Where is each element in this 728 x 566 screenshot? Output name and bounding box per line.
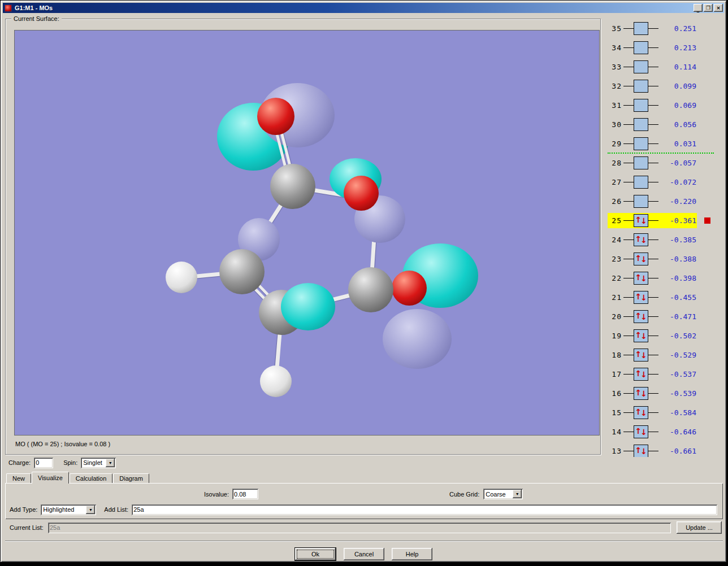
spin-down-arrow-icon: ↓ <box>640 409 647 417</box>
occupied-orbital-box[interactable]: ↑↓ <box>634 368 648 381</box>
titlebar[interactable]: G1:M1 - MOs _ ❐ × <box>3 3 724 13</box>
occupied-orbital-box[interactable]: ↑↓ <box>634 387 648 400</box>
virtual-orbital-box[interactable] <box>634 137 648 150</box>
hydrogen-atom <box>166 262 197 293</box>
mo-row-33[interactable]: 330.114 <box>608 57 726 76</box>
spin-down-arrow-icon: ↓ <box>640 236 647 244</box>
help-button[interactable]: Help <box>392 548 432 560</box>
spin-down-arrow-icon: ↓ <box>640 255 647 263</box>
occupied-orbital-box[interactable]: ↑↓ <box>634 425 648 438</box>
add-list-label: Add List: <box>104 506 128 513</box>
virtual-orbital-box[interactable] <box>634 118 648 131</box>
carbon-atom <box>219 249 265 294</box>
current-surface-label: Current Surface: <box>11 15 62 22</box>
charge-input[interactable] <box>34 458 53 468</box>
spin-down-arrow-icon: ↓ <box>640 313 647 321</box>
virtual-orbital-box[interactable] <box>634 22 648 35</box>
spin-down-arrow-icon: ↓ <box>640 371 647 378</box>
carbon-atom <box>270 164 315 209</box>
carbon-atom <box>348 267 393 312</box>
mo-list: 350.251340.213330.114320.099310.069300.0… <box>608 19 726 457</box>
mo-row-26[interactable]: 26-0.220 <box>608 191 726 211</box>
oxygen-atom <box>392 271 427 306</box>
mo-row-30[interactable]: 300.056 <box>608 115 726 134</box>
cube-grid-select[interactable]: Coarse ▼ <box>483 489 523 499</box>
virtual-orbital-box[interactable] <box>634 99 648 112</box>
occupied-orbital-box[interactable]: ↑↓ <box>634 214 648 227</box>
dropdown-arrow-icon[interactable]: ▼ <box>513 490 522 498</box>
add-list-input[interactable] <box>132 504 717 515</box>
tab-new[interactable]: New <box>6 473 31 484</box>
window-title: G1:M1 - MOs <box>15 5 692 11</box>
mo-row-14[interactable]: 14↑↓-0.646 <box>608 422 726 441</box>
occupied-orbital-box[interactable]: ↑↓ <box>634 272 648 285</box>
occupied-orbital-box[interactable]: ↑↓ <box>634 233 648 246</box>
mo-row-16[interactable]: 16↑↓-0.539 <box>608 384 726 403</box>
virtual-orbital-box[interactable] <box>634 80 648 93</box>
cancel-button[interactable]: Cancel <box>344 548 384 560</box>
mo-row-29[interactable]: 290.031 <box>608 134 726 153</box>
visualize-tab-panel: Isovalue: Cube Grid: Coarse ▼ Add Type: … <box>5 483 723 519</box>
ok-button[interactable]: Ok <box>294 547 336 561</box>
mo-row-24[interactable]: 24↑↓-0.385 <box>608 230 726 249</box>
spin-down-arrow-icon: ↓ <box>640 217 647 225</box>
mo-row-25[interactable]: 25↑↓-0.361 <box>608 211 726 230</box>
occupied-orbital-box[interactable]: ↑↓ <box>634 445 648 458</box>
virtual-orbital-box[interactable] <box>634 176 648 189</box>
dropdown-arrow-icon[interactable]: ▼ <box>86 506 95 514</box>
isovalue-input[interactable] <box>232 489 258 499</box>
spin-select[interactable]: Singlet ▼ <box>81 458 116 468</box>
mo-row-21[interactable]: 21↑↓-0.455 <box>608 288 726 307</box>
mo-row-18[interactable]: 18↑↓-0.529 <box>608 345 726 364</box>
app-icon <box>5 5 12 12</box>
isovalue-label: Isovalue: <box>204 491 229 498</box>
occupied-orbital-box[interactable]: ↑↓ <box>634 406 648 419</box>
tab-calculation[interactable]: Calculation <box>70 473 112 484</box>
add-type-label: Add Type: <box>10 506 37 513</box>
mo-row-17[interactable]: 17↑↓-0.537 <box>608 364 726 384</box>
occupied-orbital-box[interactable]: ↑↓ <box>634 291 648 304</box>
virtual-orbital-box[interactable] <box>634 60 648 73</box>
spin-down-arrow-icon: ↓ <box>640 332 647 340</box>
mo-row-15[interactable]: 15↑↓-0.584 <box>608 403 726 422</box>
mos-dialog-window: G1:M1 - MOs _ ❐ × Current Surface: MO ( … <box>1 1 726 562</box>
minimize-button[interactable]: _ <box>694 4 703 12</box>
focus-rect <box>297 550 334 559</box>
mo-row-35[interactable]: 350.251 <box>608 19 726 38</box>
spin-label: Spin: <box>63 459 77 466</box>
tab-bar: NewVisualizeCalculationDiagram <box>6 472 150 484</box>
mo-row-28[interactable]: 28-0.057 <box>608 153 726 172</box>
current-list-row: Current List: Update ... <box>10 522 722 533</box>
mo-row-32[interactable]: 320.099 <box>608 76 726 95</box>
virtual-orbital-box[interactable] <box>634 195 648 208</box>
spin-down-arrow-icon: ↓ <box>640 294 647 302</box>
add-type-select[interactable]: Highlighted ▼ <box>41 504 96 515</box>
occupied-orbital-box[interactable]: ↑↓ <box>634 349 648 362</box>
add-type-row: Add Type: Highlighted ▼ Add List: <box>10 504 717 515</box>
charge-label: Charge: <box>8 459 31 466</box>
mo-row-19[interactable]: 19↑↓-0.502 <box>608 326 726 345</box>
mo-row-27[interactable]: 27-0.072 <box>608 172 726 191</box>
mo-row-34[interactable]: 340.213 <box>608 38 726 57</box>
mo-row-20[interactable]: 20↑↓-0.471 <box>608 307 726 326</box>
close-button[interactable]: × <box>714 4 723 12</box>
occupied-orbital-box[interactable]: ↑↓ <box>634 252 648 265</box>
dropdown-arrow-icon[interactable]: ▼ <box>106 459 115 467</box>
mo-row-31[interactable]: 310.069 <box>608 95 726 115</box>
occupied-orbital-box[interactable]: ↑↓ <box>634 310 648 323</box>
tab-visualize[interactable]: Visualize <box>32 472 69 484</box>
maximize-button[interactable]: ❐ <box>704 4 713 12</box>
mo-row-23[interactable]: 23↑↓-0.388 <box>608 249 726 268</box>
mo-row-22[interactable]: 22↑↓-0.398 <box>608 268 726 288</box>
spin-down-arrow-icon: ↓ <box>640 428 647 436</box>
occupied-orbital-box[interactable]: ↑↓ <box>634 329 648 342</box>
update-button[interactable]: Update ... <box>677 521 722 534</box>
tab-diagram[interactable]: Diagram <box>113 473 149 484</box>
dialog-buttons: Ok Cancel Help <box>1 547 726 561</box>
selected-mo-marker <box>704 217 710 224</box>
molecule-viewport[interactable] <box>14 30 600 436</box>
current-list-label: Current List: <box>10 524 46 531</box>
mo-row-13[interactable]: 13↑↓-0.661 <box>608 441 726 457</box>
virtual-orbital-box[interactable] <box>634 41 648 54</box>
virtual-orbital-box[interactable] <box>634 156 648 169</box>
